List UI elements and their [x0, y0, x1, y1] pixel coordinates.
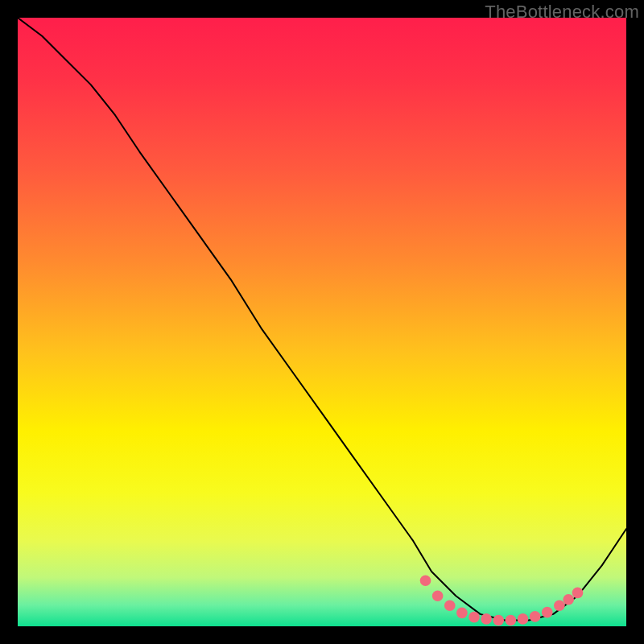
valley-dot [432, 590, 444, 601]
valley-dot [506, 615, 517, 626]
valley-dot [481, 613, 492, 625]
chart-frame: TheBottleneck.com [0, 0, 644, 644]
valley-dot [563, 594, 574, 605]
valley-dot [542, 607, 553, 618]
valley-dot [469, 612, 480, 623]
valley-dot [420, 575, 431, 586]
valley-dots-group [420, 575, 584, 625]
valley-dot [530, 611, 541, 622]
valley-dot [572, 588, 584, 599]
valley-dot [554, 600, 565, 611]
valley-dot [444, 600, 456, 611]
valley-dot [493, 615, 504, 626]
chart-svg [18, 18, 626, 626]
valley-dot [518, 613, 529, 625]
valley-dot [456, 608, 468, 619]
plot-area [18, 18, 626, 626]
curve-line [18, 18, 626, 620]
